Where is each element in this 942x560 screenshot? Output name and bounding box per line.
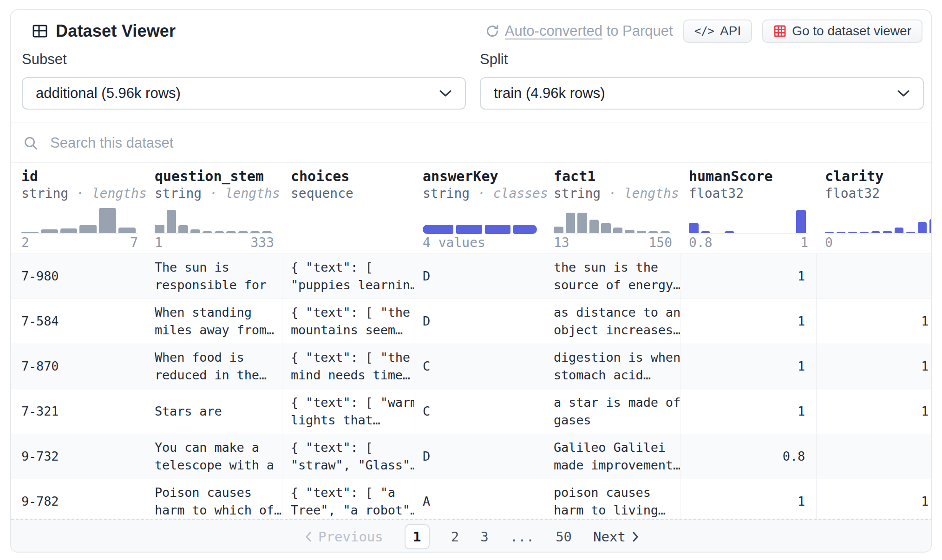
histogram-fact1[interactable] xyxy=(554,205,672,234)
cell-question-stem: When standingmiles away from… xyxy=(146,299,282,344)
cell-choices: { "text": ["puppies learnin… xyxy=(282,254,414,299)
table-row: 9-732 You can make atelescope with a { "… xyxy=(11,434,932,479)
cell-choices: { "text": [ "themountains seem… xyxy=(282,299,414,344)
code-icon: </> xyxy=(694,25,714,38)
column-header-clarity: clarity float32 0 xyxy=(817,163,932,254)
cell-question-stem: Stars are xyxy=(146,389,282,434)
cell-fact1: the sun is thesource of energy… xyxy=(545,254,680,299)
cell-clarity: 1. xyxy=(817,479,932,519)
cell-question-stem: The sun isresponsible for xyxy=(146,254,282,299)
subset-control: Subset additional (5.96k rows) xyxy=(22,51,466,110)
previous-page-button[interactable]: Previous xyxy=(305,529,383,545)
chevron-left-icon xyxy=(305,531,312,542)
cell-clarity xyxy=(817,254,932,299)
cell-id: 7-584 xyxy=(11,299,146,344)
cell-id: 7-870 xyxy=(11,344,146,389)
auto-converted-link[interactable]: Auto-converted xyxy=(505,23,602,39)
page-button[interactable]: 2 xyxy=(451,529,459,545)
go-to-dataset-viewer-button[interactable]: Go to dataset viewer xyxy=(762,20,922,43)
cell-answer-key: C xyxy=(414,389,545,434)
red-grid-icon xyxy=(773,25,786,38)
cell-answer-key: D xyxy=(414,299,545,344)
cell-human-score: 1 xyxy=(680,299,817,344)
cell-id: 7-980 xyxy=(11,254,146,299)
cell-id: 9-732 xyxy=(11,434,146,479)
cell-human-score: 1 xyxy=(680,344,817,389)
search-input[interactable] xyxy=(50,135,700,151)
subset-split-controls: Subset additional (5.96k rows) Split tra… xyxy=(22,51,924,110)
split-select[interactable]: train (4.96k rows) xyxy=(480,77,924,110)
page-button-current[interactable]: 1 xyxy=(405,524,430,549)
title-row: Dataset Viewer Auto-converted to Parquet… xyxy=(32,20,922,43)
pagination-bar: Previous 1 2 3 ... 50 Next xyxy=(11,519,932,553)
split-control: Split train (4.96k rows) xyxy=(480,51,924,110)
subset-label: Subset xyxy=(22,51,466,68)
cell-fact1: Galileo Galileimade improvement… xyxy=(545,434,680,479)
search-icon xyxy=(23,136,38,150)
histogram-clarity[interactable] xyxy=(825,205,932,234)
cell-human-score: 0.8 xyxy=(680,434,817,479)
refresh-icon xyxy=(485,24,499,38)
cell-human-score: 1 xyxy=(680,389,817,434)
split-value: train (4.96k rows) xyxy=(494,85,605,102)
column-header-choices: choices sequence xyxy=(282,163,414,254)
table-icon xyxy=(32,23,48,39)
table-row: 7-980 The sun isresponsible for { "text"… xyxy=(11,254,932,299)
cell-clarity: 1. xyxy=(817,389,932,434)
cell-choices: { "text": [ "themind needs time… xyxy=(282,344,414,389)
table-row: 7-870 When food isreduced in the… { "tex… xyxy=(11,344,932,389)
cell-human-score: 1 xyxy=(680,254,817,299)
cell-clarity: 1. xyxy=(817,344,932,389)
cell-question-stem: You can make atelescope with a xyxy=(146,434,282,479)
table-row: 7-321 Stars are { "text": [ "warmlights … xyxy=(11,389,932,434)
page-ellipsis: ... xyxy=(510,529,534,545)
class-distribution-bar[interactable] xyxy=(423,205,537,234)
chevron-down-icon xyxy=(439,89,452,98)
histogram-human-score[interactable] xyxy=(689,205,808,234)
cell-answer-key: D xyxy=(414,434,545,479)
cell-id: 9-782 xyxy=(11,479,146,519)
histogram-id[interactable] xyxy=(21,205,138,234)
cell-clarity xyxy=(817,434,932,479)
cell-fact1: poison causesharm to living… xyxy=(545,479,680,519)
title-left: Dataset Viewer xyxy=(32,21,176,41)
cell-answer-key: C xyxy=(414,344,545,389)
subset-value: additional (5.96k rows) xyxy=(36,85,181,102)
cell-choices: { "text": [ "aTree", "a robot"… xyxy=(282,479,414,519)
column-header-fact1: fact1 string · lengths 13150 xyxy=(545,163,680,254)
cell-human-score: 1 xyxy=(680,479,817,519)
auto-converted-note: Auto-converted to Parquet xyxy=(485,23,673,39)
cell-fact1: digestion is whenstomach acid… xyxy=(545,344,680,389)
chevron-down-icon xyxy=(897,89,910,98)
column-header-human-score: humanScore float32 0.81 xyxy=(680,163,817,254)
column-header-id: id string · lengths 27 xyxy=(11,163,146,254)
page-button[interactable]: 50 xyxy=(556,529,572,545)
cell-answer-key: A xyxy=(414,479,545,519)
dataset-viewer-card: Dataset Viewer Auto-converted to Parquet… xyxy=(10,9,932,553)
cell-question-stem: When food isreduced in the… xyxy=(146,344,282,389)
column-header-answer-key: answerKey string · classes 4 values xyxy=(414,163,545,254)
subset-select[interactable]: additional (5.96k rows) xyxy=(22,77,466,110)
cell-id: 7-321 xyxy=(11,389,146,434)
histogram-question-stem[interactable] xyxy=(155,205,274,234)
table-row: 9-782 Poison causesharm to which of… { "… xyxy=(11,479,932,519)
page-button[interactable]: 3 xyxy=(480,529,488,545)
cell-answer-key: D xyxy=(414,254,545,299)
cell-clarity: 1. xyxy=(817,299,932,344)
table-row: 7-584 When standingmiles away from… { "t… xyxy=(11,299,932,344)
api-button[interactable]: </> API xyxy=(683,20,752,43)
search-row xyxy=(11,123,931,163)
cell-choices: { "text": [ "warmlights that… xyxy=(282,389,414,434)
cell-choices: { "text": ["straw", "Glass"… xyxy=(282,434,414,479)
header-actions: Auto-converted to Parquet </> API Go to … xyxy=(485,20,922,43)
page-title: Dataset Viewer xyxy=(56,21,176,41)
table-body: 7-980 The sun isresponsible for { "text"… xyxy=(11,254,932,519)
auto-converted-rest: to Parquet xyxy=(607,23,673,39)
next-page-button[interactable]: Next xyxy=(593,529,639,545)
split-label: Split xyxy=(480,51,924,68)
column-header-question-stem: question_stem string · lengths 1333 xyxy=(146,163,282,254)
cell-question-stem: Poison causesharm to which of… xyxy=(146,479,282,519)
cell-fact1: a star is made ofgases xyxy=(545,389,680,434)
table-header: id string · lengths 27 question_stem str… xyxy=(11,163,932,254)
chevron-right-icon xyxy=(632,531,639,542)
